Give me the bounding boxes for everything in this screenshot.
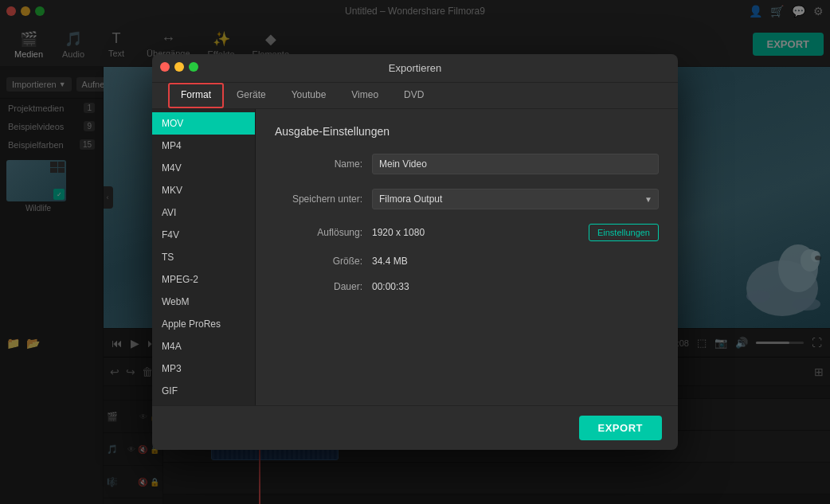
format-item-gif[interactable]: GIF bbox=[152, 380, 255, 402]
format-item-avi[interactable]: AVI bbox=[152, 201, 255, 224]
modal-overlay: Exportieren Format Geräte Youtube Vimeo … bbox=[0, 0, 830, 504]
size-value: 34.4 MB bbox=[372, 256, 408, 267]
settings-panel: Ausgabe-Einstellungen Name: Speichern un… bbox=[256, 109, 678, 405]
modal-header: Exportieren bbox=[152, 54, 678, 83]
duration-label: Dauer: bbox=[275, 281, 362, 292]
format-item-f4v[interactable]: F4V bbox=[152, 224, 255, 246]
modal-window-controls bbox=[160, 62, 198, 72]
format-item-m4v[interactable]: M4V bbox=[152, 157, 255, 179]
settings-title: Ausgabe-Einstellungen bbox=[275, 125, 659, 138]
format-item-mp3[interactable]: MP3 bbox=[152, 357, 255, 380]
modal-title: Exportieren bbox=[389, 62, 441, 74]
modal-footer: EXPORT bbox=[152, 405, 678, 450]
tab-dvd[interactable]: DVD bbox=[391, 83, 437, 108]
resolution-label: Auflösung: bbox=[275, 227, 362, 238]
name-label: Name: bbox=[275, 158, 362, 170]
format-item-mp4[interactable]: MP4 bbox=[152, 135, 255, 157]
name-input[interactable] bbox=[372, 154, 659, 174]
export-modal-button[interactable]: EXPORT bbox=[579, 416, 662, 440]
setting-row-duration: Dauer: 00:00:33 bbox=[275, 281, 659, 292]
save-select-wrapper: Filmora Output ▼ bbox=[372, 189, 659, 209]
export-modal: Exportieren Format Geräte Youtube Vimeo … bbox=[152, 54, 678, 450]
format-list: MOV MP4 M4V MKV AVI F4V TS MPEG-2 WebM A… bbox=[152, 109, 256, 405]
save-select[interactable]: Filmora Output bbox=[372, 189, 659, 209]
modal-minimize-dot[interactable] bbox=[174, 62, 184, 72]
format-item-ts[interactable]: TS bbox=[152, 246, 255, 268]
format-item-m4a[interactable]: M4A bbox=[152, 335, 255, 357]
einstellungen-button[interactable]: Einstellungen bbox=[589, 224, 659, 241]
format-item-mov[interactable]: MOV bbox=[152, 112, 255, 135]
format-item-mpeg2[interactable]: MPEG-2 bbox=[152, 268, 255, 291]
setting-row-size: Größe: 34.4 MB bbox=[275, 256, 659, 267]
duration-value: 00:00:33 bbox=[372, 281, 409, 292]
resolution-value: 1920 x 1080 bbox=[372, 227, 425, 238]
tab-geraete[interactable]: Geräte bbox=[224, 83, 279, 108]
setting-row-save: Speichern unter: Filmora Output ▼ bbox=[275, 189, 659, 209]
format-item-mkv[interactable]: MKV bbox=[152, 179, 255, 201]
size-label: Größe: bbox=[275, 256, 362, 267]
setting-row-resolution: Auflösung: 1920 x 1080 Einstellungen bbox=[275, 224, 659, 241]
tab-youtube[interactable]: Youtube bbox=[279, 83, 339, 108]
modal-close-dot[interactable] bbox=[160, 62, 170, 72]
modal-tabs: Format Geräte Youtube Vimeo DVD bbox=[152, 83, 678, 109]
save-label: Speichern unter: bbox=[275, 193, 362, 205]
setting-row-name: Name: bbox=[275, 154, 659, 174]
format-item-webm[interactable]: WebM bbox=[152, 291, 255, 313]
modal-maximize-dot[interactable] bbox=[189, 62, 198, 72]
modal-body: MOV MP4 M4V MKV AVI F4V TS MPEG-2 WebM A… bbox=[152, 109, 678, 405]
tab-vimeo[interactable]: Vimeo bbox=[339, 83, 391, 108]
tab-format[interactable]: Format bbox=[168, 83, 224, 108]
format-item-apple-prores[interactable]: Apple ProRes bbox=[152, 313, 255, 335]
